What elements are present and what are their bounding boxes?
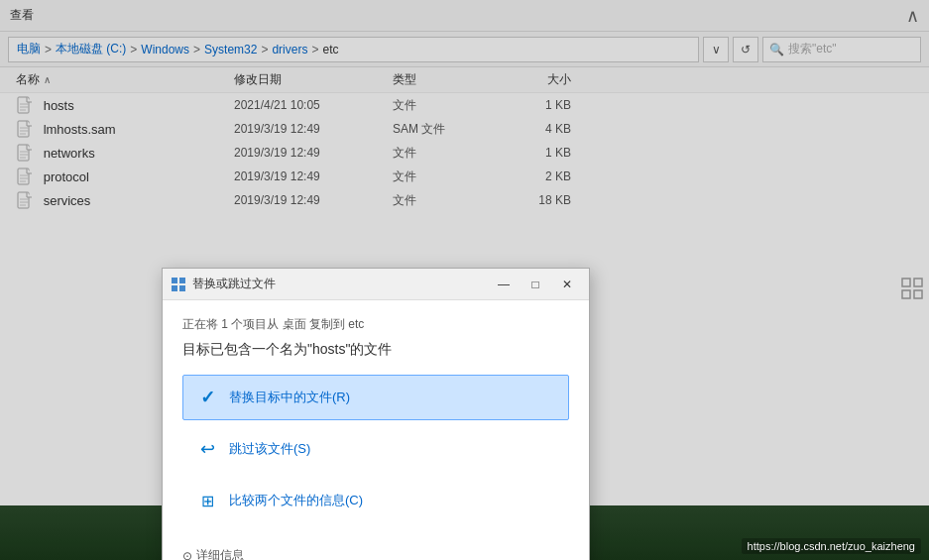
option-text-compare: 比较两个文件的信息(C) [229, 492, 363, 509]
replace-skip-dialog: 替换或跳过文件 — □ ✕ 正在将 1 个项目从 桌面 复制到 etc 目标已包… [162, 268, 590, 560]
minimize-button[interactable]: — [490, 274, 518, 295]
detail-button[interactable]: ⊙ 详细信息 [182, 547, 244, 560]
option-icon-compare: ⊞ [195, 489, 219, 512]
dialog-body: 正在将 1 个项目从 桌面 复制到 etc 目标已包含一个名为"hosts"的文… [163, 300, 589, 539]
detail-icon: ⊙ [182, 549, 192, 561]
dialog-option-skip[interactable]: ↩ 跳过该文件(S) [182, 426, 569, 472]
svg-rect-26 [902, 290, 910, 298]
svg-rect-24 [902, 279, 910, 286]
dialog-option-replace[interactable]: ✓ 替换目标中的文件(R) [182, 375, 569, 420]
dialog-footer: ⊙ 详细信息 [163, 539, 589, 560]
dialog-controls: — □ ✕ [490, 274, 581, 295]
option-icon-replace: ✓ [195, 386, 219, 409]
option-icon-skip: ↩ [195, 437, 219, 461]
svg-rect-22 [172, 285, 177, 291]
svg-rect-20 [172, 278, 177, 283]
dialog-titlebar: 替换或跳过文件 — □ ✕ [163, 269, 589, 300]
svg-rect-25 [914, 279, 922, 286]
svg-rect-23 [179, 285, 185, 291]
svg-rect-27 [914, 290, 922, 298]
close-button[interactable]: ✕ [553, 274, 581, 295]
svg-rect-21 [179, 278, 185, 283]
grid-icon [901, 278, 923, 299]
dialog-subtitle: 正在将 1 个项目从 桌面 复制到 etc [182, 316, 569, 333]
detail-text: 详细信息 [196, 547, 244, 560]
watermark: https://blog.csdn.net/zuo_kaizheng [742, 538, 921, 554]
maximize-button[interactable]: □ [522, 274, 549, 295]
dialog-title-icon [171, 277, 186, 292]
dialog-title: 替换或跳过文件 [192, 276, 484, 292]
dialog-overlay: 替换或跳过文件 — □ ✕ 正在将 1 个项目从 桌面 复制到 etc 目标已包… [0, 0, 929, 560]
dialog-options: ✓ 替换目标中的文件(R) ↩ 跳过该文件(S) ⊞ 比较两个文件的信息(C) [182, 375, 569, 523]
dialog-main-text: 目标已包含一个名为"hosts"的文件 [182, 341, 569, 359]
option-text-replace: 替换目标中的文件(R) [229, 389, 350, 406]
dialog-option-compare[interactable]: ⊞ 比较两个文件的信息(C) [182, 478, 569, 523]
option-text-skip: 跳过该文件(S) [229, 440, 310, 458]
